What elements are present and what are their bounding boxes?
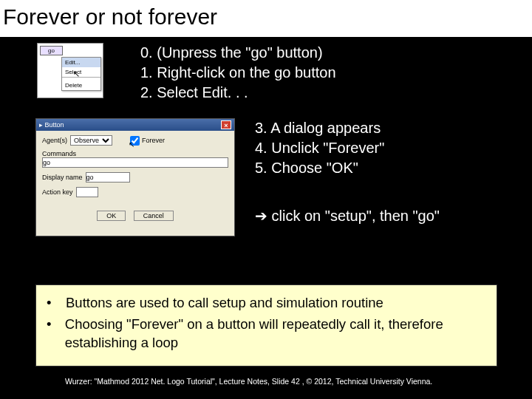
cursor-icon: ↖ [73,69,80,79]
slide-title: Forever or not forever [3,4,526,30]
dialog-buttons: OK Cancel [42,211,228,221]
info-bullet-1: Buttons are used to call setup and simul… [66,294,383,313]
mid-row: ▸ Button × Agent(s) Observe Forever ↖ Co… [0,118,532,248]
menu-item-select[interactable]: Select [62,67,100,77]
bullet-icon: • [47,294,52,313]
context-menu: Edit... Select Delete [61,57,101,91]
forever-label: Forever [142,137,165,144]
step-1: 1. Right-click on the go button [140,63,336,83]
cursor-icon: ↖ [129,140,134,149]
action-key-input[interactable] [76,187,98,197]
steps-group-b: 3. A dialog appears 4. Unclick "Forever"… [255,118,384,178]
slide-content: go Edit... Select Delete ↖ 0. (Unpress t… [0,37,532,248]
go-button[interactable]: go [40,46,63,55]
close-icon[interactable]: × [221,120,231,129]
commands-input[interactable] [42,157,228,168]
menu-item-delete[interactable]: Delete [62,81,100,90]
agents-select[interactable]: Observe [70,135,112,146]
dialog-body: Agent(s) Observe Forever ↖ Commands Disp… [36,131,234,225]
title-bar: Forever or not forever [0,0,532,37]
step-3: 3. A dialog appears [255,118,384,138]
dialog-icon: ▸ Button [39,121,64,129]
ok-button[interactable]: OK [97,211,126,221]
menu-item-edit[interactable]: Edit... [62,58,100,67]
steps-group-a: 0. (Unpress the "go" button) 1. Right-cl… [140,43,336,103]
step-5: 5. Choose "OK" [255,158,384,178]
step-4: 4. Unclick "Forever" [255,138,384,158]
result-text: click on "setup", then "go" [267,208,440,224]
footer-citation: Wurzer: "Mathmod 2012 Net. Logo Tutorial… [65,377,432,386]
step-2: 2. Select Edit. . . [140,83,336,103]
agents-label: Agent(s) [42,137,67,144]
arrow-icon: ➔ [255,208,267,224]
display-name-label: Display name [42,174,83,181]
action-key-label: Action key [42,188,73,196]
top-row: go Edit... Select Delete ↖ 0. (Unpress t… [0,37,532,118]
bullet-icon: • [47,316,52,352]
info-box: • Buttons are used to call setup and sim… [35,284,497,366]
info-bullet-2: Choosing "Forever" on a button will repe… [65,316,486,352]
cancel-button[interactable]: Cancel [134,211,174,221]
commands-label: Commands [42,150,76,157]
display-name-input[interactable] [86,172,130,183]
result-line: ➔ click on "setup", then "go" [255,207,440,225]
button-dialog: ▸ Button × Agent(s) Observe Forever ↖ Co… [35,118,235,236]
dialog-title: Button [45,121,64,129]
context-menu-thumbnail: go Edit... Select Delete ↖ [37,43,103,98]
dialog-titlebar: ▸ Button × [36,119,234,131]
step-0: 0. (Unpress the "go" button) [140,43,336,63]
